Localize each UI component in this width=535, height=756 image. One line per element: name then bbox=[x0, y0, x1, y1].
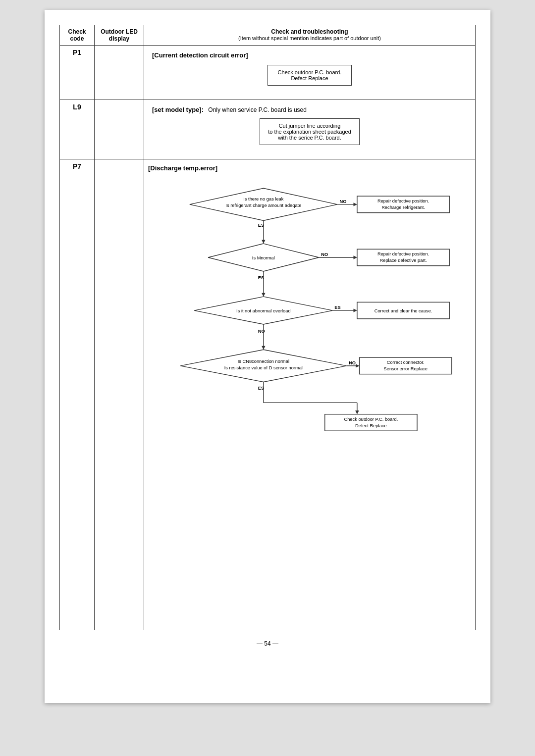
main-table: Check code Outdoor LED display Check and… bbox=[59, 25, 476, 630]
svg-marker-11 bbox=[262, 240, 265, 244]
svg-marker-38 bbox=[356, 364, 359, 367]
svg-text:NO: NO bbox=[349, 360, 356, 365]
svg-text:Is there no gas leak: Is there no gas leak bbox=[243, 197, 283, 202]
check-code-p7: P7 bbox=[60, 159, 95, 630]
svg-text:Defect    Replace: Defect Replace bbox=[355, 423, 387, 428]
check-code-p1: P1 bbox=[60, 46, 95, 100]
table-row-l9: L9 [set model type]: Only when service P… bbox=[60, 100, 476, 159]
svg-text:NO: NO bbox=[321, 252, 328, 257]
svg-marker-22 bbox=[262, 293, 265, 297]
header-check-code: Check code bbox=[60, 25, 95, 46]
section-title-p7: [Discharge temp.error] bbox=[148, 164, 471, 172]
header-led-display: Outdoor LED display bbox=[95, 25, 144, 46]
svg-marker-32 bbox=[262, 346, 265, 350]
svg-text:Recharge refrigerant.: Recharge refrigerant. bbox=[381, 205, 425, 210]
trouble-p7: [Discharge temp.error] Is there no gas l… bbox=[144, 159, 476, 630]
page-footer: — 54 — bbox=[59, 640, 476, 647]
svg-text:Repair defective position.: Repair defective position. bbox=[377, 199, 429, 203]
action-box-p1: Check outdoor P.C. board. Defect Replace bbox=[268, 65, 352, 86]
empty-space bbox=[148, 476, 471, 625]
svg-text:Correct connector.: Correct connector. bbox=[387, 360, 425, 365]
svg-text:Correct and clear the cause.: Correct and clear the cause. bbox=[374, 308, 432, 313]
header-troubleshooting: Check and troubleshooting (Item without … bbox=[144, 25, 476, 46]
svg-text:Is Mnormal: Is Mnormal bbox=[252, 255, 275, 260]
check-code-l9: L9 bbox=[60, 100, 95, 159]
svg-text:Is resistance value of D senso: Is resistance value of D sensor normal bbox=[224, 365, 303, 370]
page: Check code Outdoor LED display Check and… bbox=[45, 10, 490, 703]
svg-marker-27 bbox=[353, 308, 357, 312]
svg-text:Is CN8connection normal: Is CN8connection normal bbox=[238, 359, 289, 364]
svg-marker-5 bbox=[353, 202, 357, 206]
svg-text:Repair defective position.: Repair defective position. bbox=[377, 252, 429, 256]
svg-text:NO: NO bbox=[340, 199, 347, 204]
flowchart-p7: Is there no gas leak Is refrigerant char… bbox=[148, 177, 471, 476]
led-display-p7 bbox=[95, 159, 144, 630]
svg-marker-16 bbox=[353, 255, 357, 259]
svg-text:Sensor error    Replace: Sensor error Replace bbox=[384, 366, 428, 371]
svg-text:Is it not abnormal overload: Is it not abnormal overload bbox=[236, 308, 291, 313]
svg-text:Is refrigerant charge amount a: Is refrigerant charge amount adeqate bbox=[225, 203, 301, 208]
svg-marker-46 bbox=[355, 410, 359, 414]
trouble-p1: [Current detection circuit error] Check … bbox=[144, 46, 476, 100]
table-row-p1: P1 [Current detection circuit error] Che… bbox=[60, 46, 476, 100]
table-row-p7: P7 [Discharge temp.error] Is there no ga… bbox=[60, 159, 476, 630]
svg-text:Replace defective part.: Replace defective part. bbox=[380, 258, 427, 263]
svg-text:ES: ES bbox=[334, 305, 340, 310]
svg-text:Check outdoor P.C. board.: Check outdoor P.C. board. bbox=[344, 417, 398, 422]
led-display-l9 bbox=[95, 100, 144, 159]
trouble-l9: [set model type]: Only when service P.C.… bbox=[144, 100, 476, 159]
led-display-p1 bbox=[95, 46, 144, 100]
action-box-l9: Cut jumper line according to the explana… bbox=[260, 118, 360, 145]
section-title-p1: [Current detection circuit error] bbox=[152, 51, 467, 59]
